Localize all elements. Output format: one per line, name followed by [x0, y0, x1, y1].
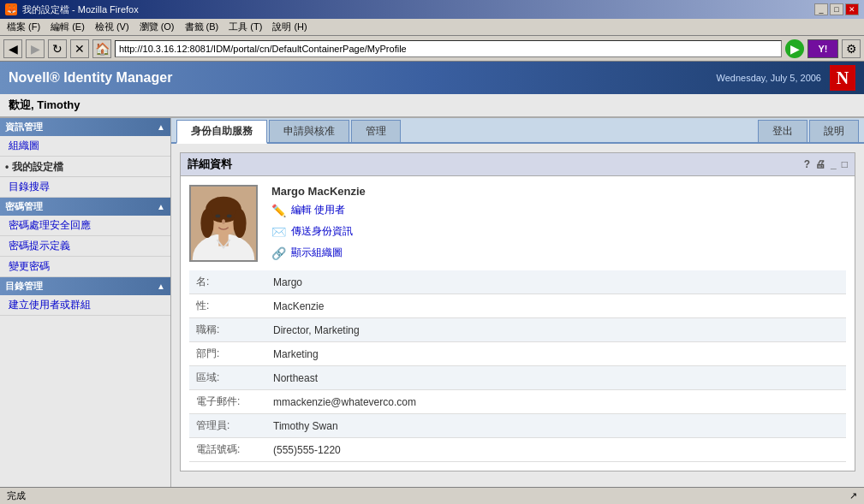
action-orgchart-label: 顯示組織圖 [291, 246, 343, 260]
profile-name: Margo MacKenzie [271, 185, 366, 198]
field-value-manager[interactable]: Timothy Swan [266, 414, 846, 438]
sidebar-section-directory: 目錄管理 ▲ [0, 277, 170, 295]
tab-help[interactable]: 說明 [809, 120, 859, 142]
field-value-lastname: MacKenzie [266, 294, 846, 318]
status-right: ↗ [849, 490, 857, 501]
field-value-firstname: Margo [266, 270, 846, 294]
sidebar-item-orgchart[interactable]: 組織圖 [0, 136, 170, 157]
sidebar-item-create-user[interactable]: 建立使用者或群組 [0, 295, 170, 316]
sidebar-section-info-arrow: ▲ [157, 122, 165, 132]
menu-help[interactable]: 說明 (H) [269, 20, 310, 34]
main-layout: 資訊管理 ▲ 組織圖 • 我的設定檔 目錄搜尋 密碼管理 ▲ 密碼處理安全回應 … [0, 118, 864, 487]
field-label-firstname: 名: [189, 270, 266, 294]
detail-table: 名: Margo 性: MacKenzie 職稱: Director, Mark… [189, 270, 846, 462]
action-show-orgchart[interactable]: 🔗 顯示組織圖 [271, 246, 366, 260]
tab-admin[interactable]: 管理 [351, 120, 401, 142]
back-button[interactable]: ◀ [3, 39, 22, 58]
menu-edit[interactable]: 編輯 (E) [47, 20, 88, 34]
title-bar-left: 🦊 我的設定檔 - Mozilla Firefox [5, 3, 139, 16]
print-icon[interactable]: 🖨 [815, 158, 825, 170]
menu-bookmarks[interactable]: 書籤 (B) [182, 20, 223, 34]
svg-point-9 [222, 219, 225, 224]
minimize-button[interactable]: _ [814, 3, 828, 15]
menu-tools[interactable]: 工具 (T) [225, 20, 265, 34]
help-icon[interactable]: ? [804, 158, 810, 170]
toolbar: ◀ ▶ ↻ ✕ 🏠 ▶ Y! ⚙ [0, 36, 864, 62]
sidebar-item-password-hint[interactable]: 密碼提示定義 [0, 236, 170, 257]
field-value-email[interactable]: mmackenzie@whateverco.com [266, 390, 846, 414]
reload-button[interactable]: ↻ [48, 39, 67, 58]
go-button[interactable]: ▶ [785, 39, 804, 58]
close-button[interactable]: ✕ [845, 3, 859, 15]
field-value-title: Director, Marketing [266, 318, 846, 342]
welcome-text: 歡迎, Timothy [9, 98, 80, 113]
forward-button[interactable]: ▶ [26, 39, 45, 58]
maximize-button[interactable]: □ [830, 3, 843, 15]
menu-file[interactable]: 檔案 (F) [3, 20, 44, 34]
menu-bar: 檔案 (F) 編輯 (E) 檢視 (V) 瀏覽 (O) 書籤 (B) 工具 (T… [0, 19, 864, 36]
detail-panel: 詳細資料 ? 🖨 _ □ [171, 144, 864, 487]
field-value-phone: (555)555-1220 [266, 438, 846, 462]
menu-browse[interactable]: 瀏覽 (O) [136, 20, 178, 34]
home-button[interactable]: 🏠 [92, 39, 111, 58]
table-row: 區域: Northeast [189, 366, 846, 390]
stop-button[interactable]: ✕ [70, 39, 89, 58]
app-date: Wednesday, July 5, 2006 [716, 73, 821, 83]
firefox-icon: 🦊 [5, 3, 17, 15]
sidebar: 資訊管理 ▲ 組織圖 • 我的設定檔 目錄搜尋 密碼管理 ▲ 密碼處理安全回應 … [0, 118, 171, 487]
sidebar-section-directory-arrow: ▲ [157, 282, 165, 291]
sidebar-section-password-arrow: ▲ [157, 202, 165, 211]
field-label-email: 電子郵件: [189, 390, 266, 414]
action-edit-label: 編輯 使用者 [291, 203, 345, 217]
action-edit-user[interactable]: ✏️ 編輯 使用者 [271, 203, 366, 217]
detail-card: 詳細資料 ? 🖨 _ □ [180, 152, 855, 471]
settings-icon[interactable]: ⚙ [842, 39, 861, 58]
sidebar-item-change-password[interactable]: 變更密碼 [0, 257, 170, 277]
field-label-title: 職稱: [189, 318, 266, 342]
yahoo-logo: Y! [807, 39, 838, 58]
detail-card-title: 詳細資料 [188, 157, 232, 172]
table-row: 電話號碼: (555)555-1220 [189, 438, 846, 462]
field-value-dept: Marketing [266, 342, 846, 366]
table-row: 職稱: Director, Marketing [189, 318, 846, 342]
tab-approvals[interactable]: 申請與核准 [269, 120, 349, 142]
app-logo: Novell® Identity Manager [9, 70, 172, 86]
action-send-label: 傳送身份資訊 [291, 224, 353, 239]
sidebar-group-myprofile: • 我的設定檔 [0, 157, 170, 177]
svg-point-8 [227, 215, 232, 218]
table-row: 電子郵件: mmackenzie@whateverco.com [189, 390, 846, 414]
maximize-card-icon[interactable]: □ [842, 158, 848, 170]
sidebar-section-info-label: 資訊管理 [5, 121, 43, 133]
profile-top: Margo MacKenzie ✏️ 編輯 使用者 ✉️ 傳送身份資訊 [189, 185, 846, 262]
status-bar: 完成 ↗ [0, 487, 864, 504]
edit-icon: ✏️ [271, 204, 286, 217]
sidebar-section-info: 資訊管理 ▲ [0, 118, 170, 136]
minimize-card-icon[interactable]: _ [831, 158, 837, 170]
field-label-lastname: 性: [189, 294, 266, 318]
action-links: ✏️ 編輯 使用者 ✉️ 傳送身份資訊 🔗 顯示組織圖 [271, 203, 366, 260]
action-send-identity[interactable]: ✉️ 傳送身份資訊 [271, 224, 366, 239]
sidebar-item-password-challenge[interactable]: 密碼處理安全回應 [0, 216, 170, 236]
title-bar: 🦊 我的設定檔 - Mozilla Firefox _ □ ✕ [0, 0, 864, 19]
tab-selfservice[interactable]: 身份自助服務 [176, 120, 267, 144]
sidebar-item-dirsearch[interactable]: 目錄搜尋 [0, 177, 170, 198]
table-row: 性: MacKenzie [189, 294, 846, 318]
svg-point-5 [200, 209, 213, 238]
sidebar-section-directory-label: 目錄管理 [5, 280, 43, 293]
sidebar-section-password: 密碼管理 ▲ [0, 198, 170, 216]
email-icon: ✉️ [271, 225, 286, 239]
table-row: 部門: Marketing [189, 342, 846, 366]
window-controls[interactable]: _ □ ✕ [814, 3, 859, 15]
field-value-region: Northeast [266, 366, 846, 390]
menu-view[interactable]: 檢視 (V) [92, 20, 133, 34]
profile-info: Margo MacKenzie ✏️ 編輯 使用者 ✉️ 傳送身份資訊 [271, 185, 366, 262]
sidebar-group-myprofile-label: • 我的設定檔 [5, 161, 63, 173]
profile-photo [189, 185, 258, 262]
welcome-bar: 歡迎, Timothy [0, 94, 864, 118]
field-label-manager: 管理員: [189, 414, 266, 438]
field-label-region: 區域: [189, 366, 266, 390]
address-bar: ▶ [115, 39, 804, 58]
address-input[interactable] [115, 40, 782, 57]
field-label-dept: 部門: [189, 342, 266, 366]
tab-logout[interactable]: 登出 [758, 120, 807, 142]
